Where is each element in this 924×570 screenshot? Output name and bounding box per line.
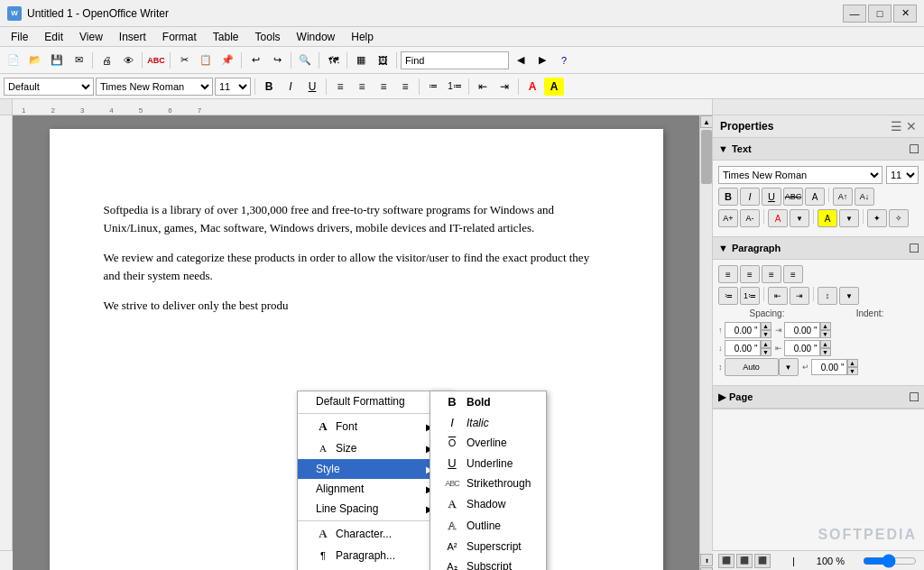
para-align-left[interactable]: ≡ bbox=[718, 265, 738, 283]
sub-bold[interactable]: B Bold bbox=[430, 391, 546, 412]
email-button[interactable]: ✉ bbox=[69, 51, 88, 70]
open-button[interactable]: 📂 bbox=[25, 51, 45, 70]
indent-increase-button[interactable]: ⇥ bbox=[494, 78, 514, 96]
list-bullet-button[interactable]: ≔ bbox=[423, 78, 443, 96]
page-section-header[interactable]: ▶ Page □ bbox=[713, 386, 924, 409]
menu-window[interactable]: Window bbox=[290, 29, 343, 45]
italic-button[interactable]: I bbox=[281, 78, 300, 96]
properties-close-button[interactable]: ✕ bbox=[906, 119, 917, 133]
ctx-character[interactable]: A Character... bbox=[298, 523, 451, 545]
ctx-alignment[interactable]: Alignment ▶ bbox=[298, 479, 451, 499]
prop-color-arrow[interactable]: ▼ bbox=[790, 209, 809, 227]
para-list-number[interactable]: 1≔ bbox=[740, 287, 760, 305]
spacing-below-down[interactable]: ▼ bbox=[761, 348, 772, 356]
sub-shadow[interactable]: A Shadow bbox=[430, 493, 546, 515]
vertical-scrollbar[interactable]: ▲ ⬆ ⬇ ▼ bbox=[699, 115, 712, 570]
prop-italic-button[interactable]: I bbox=[740, 188, 760, 206]
copy-button[interactable]: 📋 bbox=[196, 51, 216, 70]
paragraph-style-select[interactable]: Default bbox=[4, 78, 94, 96]
line-spacing-btn[interactable]: Auto bbox=[725, 358, 779, 376]
align-justify-button[interactable]: ≡ bbox=[395, 78, 415, 96]
status-icon-1[interactable]: ⬛ bbox=[718, 554, 735, 568]
sub-superscript[interactable]: A² Superscript bbox=[430, 537, 546, 556]
sub-strikethrough[interactable]: ABC Strikethrough bbox=[430, 473, 546, 493]
save-button[interactable]: 💾 bbox=[47, 51, 67, 70]
indent-before-down[interactable]: ▼ bbox=[820, 330, 831, 338]
ctx-default-formatting[interactable]: Default Formatting bbox=[298, 391, 451, 411]
underline-button[interactable]: U bbox=[302, 78, 322, 96]
spacing-below-input[interactable] bbox=[725, 340, 761, 356]
ctx-style[interactable]: Style ▶ bbox=[298, 459, 451, 479]
para-align-justify[interactable]: ≡ bbox=[783, 265, 803, 283]
para-expand-icon[interactable]: □ bbox=[910, 240, 919, 256]
insert-table-button[interactable]: ▦ bbox=[351, 51, 371, 70]
highlight-button[interactable]: A bbox=[544, 78, 564, 96]
text-section-header[interactable]: ▼ Text □ bbox=[713, 138, 924, 161]
zoom-slider[interactable] bbox=[863, 555, 917, 567]
paragraph-section-header[interactable]: ▼ Paragraph □ bbox=[713, 237, 924, 260]
ctx-page[interactable]: Page... bbox=[298, 566, 451, 570]
ctx-line-spacing[interactable]: Line Spacing ▶ bbox=[298, 499, 451, 519]
ctx-size[interactable]: A Size ▶ bbox=[298, 437, 451, 459]
prop-charformat-button[interactable]: ✦ bbox=[867, 209, 887, 227]
para-linespace-arrow[interactable]: ▼ bbox=[839, 287, 859, 305]
sub-overline[interactable]: O Overline bbox=[430, 433, 546, 453]
prop-strikethrough-button[interactable]: ABC bbox=[783, 188, 803, 206]
status-icon-2[interactable]: ⬛ bbox=[736, 554, 753, 568]
indent-decrease-button[interactable]: ⇤ bbox=[473, 78, 493, 96]
prop-superscript-button[interactable]: A↑ bbox=[833, 188, 853, 206]
close-button[interactable]: ✕ bbox=[893, 5, 917, 23]
prop-incfont-button[interactable]: A+ bbox=[718, 209, 738, 227]
prop-fontcolor-button[interactable]: A bbox=[768, 209, 788, 227]
indent-first-down[interactable]: ▼ bbox=[847, 367, 858, 375]
prop-underline-button[interactable]: U bbox=[762, 188, 781, 206]
menu-table[interactable]: Table bbox=[206, 29, 246, 45]
print-button[interactable]: 🖨 bbox=[97, 51, 116, 70]
line-spacing-arrow[interactable]: ▼ bbox=[779, 358, 799, 376]
prop-font-select[interactable]: Times New Roman bbox=[718, 166, 882, 184]
para-list-bullet[interactable]: ≔ bbox=[718, 287, 738, 305]
indent-before-up[interactable]: ▲ bbox=[820, 322, 831, 330]
indent-before-input[interactable] bbox=[784, 322, 820, 338]
expand-icon[interactable]: □ bbox=[910, 141, 919, 157]
scroll-track[interactable] bbox=[700, 128, 712, 554]
indent-first-up[interactable]: ▲ bbox=[847, 359, 858, 367]
sub-outline[interactable]: A Outline bbox=[430, 515, 546, 537]
align-right-button[interactable]: ≡ bbox=[374, 78, 393, 96]
insert-image-button[interactable]: 🖼 bbox=[373, 51, 393, 70]
para-linespace[interactable]: ↕ bbox=[818, 287, 837, 305]
maximize-button[interactable]: □ bbox=[868, 5, 892, 23]
menu-tools[interactable]: Tools bbox=[248, 29, 288, 45]
align-center-button[interactable]: ≡ bbox=[352, 78, 372, 96]
indent-after-down[interactable]: ▼ bbox=[820, 348, 831, 356]
para-indent-inc[interactable]: ⇥ bbox=[790, 287, 809, 305]
para-align-center[interactable]: ≡ bbox=[740, 265, 760, 283]
prop-highlight-arrow[interactable]: ▼ bbox=[839, 209, 859, 227]
list-number-button[interactable]: 1≔ bbox=[445, 78, 465, 96]
find-next-button[interactable]: ▶ bbox=[532, 51, 552, 70]
spacing-above-input[interactable] bbox=[725, 322, 761, 338]
redo-button[interactable]: ↪ bbox=[267, 51, 287, 70]
prop-subscript-button[interactable]: A↓ bbox=[855, 188, 874, 206]
find-prev-button[interactable]: ◀ bbox=[511, 51, 531, 70]
find-input[interactable] bbox=[401, 51, 509, 69]
ctx-paragraph[interactable]: ¶ Paragraph... bbox=[298, 545, 451, 566]
prop-decfont-button[interactable]: A- bbox=[740, 209, 760, 227]
status-icon-3[interactable]: ⬛ bbox=[754, 554, 771, 568]
indent-first-input[interactable] bbox=[811, 359, 847, 375]
scroll-thumb[interactable] bbox=[701, 130, 712, 184]
prop-size-select[interactable]: 11 bbox=[886, 166, 919, 184]
properties-options-icon[interactable]: ☰ bbox=[891, 119, 902, 133]
menu-insert[interactable]: Insert bbox=[112, 29, 153, 45]
navigator-button[interactable]: 🗺 bbox=[323, 51, 343, 70]
font-select[interactable]: Times New Roman bbox=[96, 78, 213, 96]
font-color-button[interactable]: A bbox=[522, 78, 542, 96]
menu-view[interactable]: View bbox=[72, 29, 110, 45]
sub-underline[interactable]: U Underline bbox=[430, 453, 546, 473]
scroll-nav-up[interactable]: ⬆ bbox=[700, 554, 713, 566]
bold-button[interactable]: B bbox=[259, 78, 279, 96]
sub-italic[interactable]: I Italic bbox=[430, 412, 546, 433]
menu-file[interactable]: File bbox=[4, 29, 35, 45]
font-size-select[interactable]: 11 bbox=[215, 78, 251, 96]
page-expand-icon[interactable]: □ bbox=[910, 389, 919, 405]
